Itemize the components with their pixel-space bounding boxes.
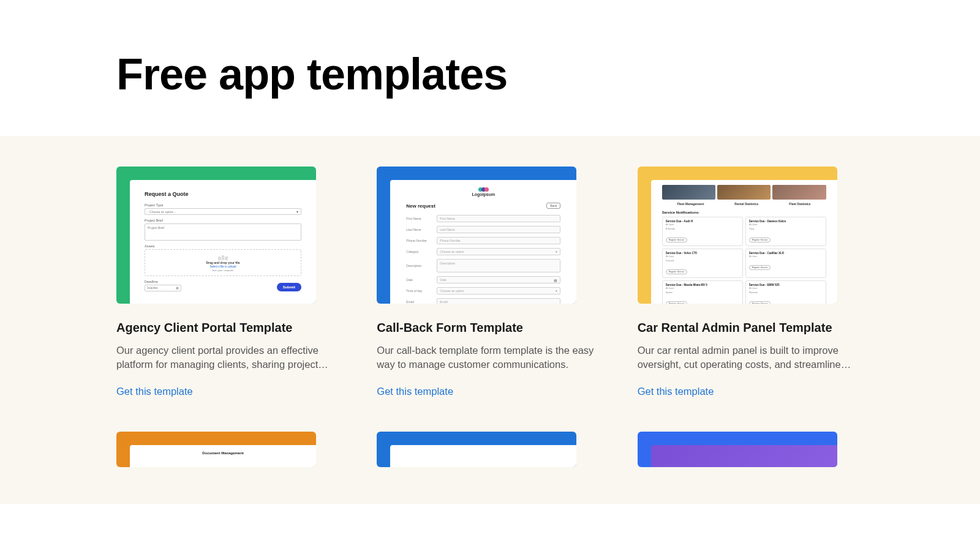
thumb-header-row: New request Back [406, 203, 560, 209]
mini-subtitle: 6th June [666, 255, 739, 258]
field-label: Project Brief [145, 219, 301, 222]
mini-title: Service Due - Mazda Miata MX 5 [666, 283, 739, 287]
thumbnail-panel [651, 445, 837, 467]
mini-subtitle: 6th June [666, 223, 739, 226]
placeholder-text: Last Name [440, 228, 454, 231]
template-thumbnail[interactable] [377, 432, 576, 467]
calendar-icon: ▦ [554, 278, 557, 282]
placeholder-text: Email [440, 300, 448, 304]
template-card: Document Management [116, 432, 342, 467]
text-input: Last Name [437, 226, 560, 233]
drop-line: from your computer [213, 269, 234, 272]
mini-card: Service Due - Mazda Miata MX 56th JuneSa… [662, 280, 743, 304]
select-input: - Choose an option - ▾ [145, 208, 301, 215]
mini-button: Register Service [749, 301, 771, 304]
placeholder-text: Description [440, 261, 455, 265]
select-value: - Choose an option - [148, 210, 175, 214]
field-label: Last Name [406, 228, 437, 231]
form-row: EmailEmail [406, 298, 560, 304]
mini-subtitle: 6th June [749, 255, 823, 258]
chevron-down-icon: ▾ [556, 289, 557, 293]
mini-button: Register Service [666, 269, 688, 274]
thumb-logo: Logoipsum [406, 187, 560, 197]
form-row: CategoryChoose an option▾ [406, 248, 560, 255]
mini-button: Register Service [666, 238, 688, 242]
hero-section: Free app templates [0, 0, 980, 136]
template-title: Agency Client Portal Template [116, 321, 342, 335]
thumb-mini-cards: Service Due - Audi I46th JuneEl DoradoRe… [662, 217, 826, 304]
template-card-car-rental: Fleet Management Rental Statistics Fleet… [638, 167, 864, 397]
field-label: Phone Number [406, 239, 437, 242]
deadline-field: Deadline Deadline ▦ [145, 280, 181, 291]
placeholder-text: Date [440, 278, 447, 282]
date-value: Deadline [147, 287, 158, 290]
mini-card: Service Due - BMW 5256th JunePlacentiaRe… [745, 280, 826, 304]
thumbnail-panel: Document Management [130, 445, 316, 467]
mini-button: Register Service [666, 301, 688, 304]
file-drop-zone: Drag and drop your file Select a file to… [145, 249, 301, 276]
thumb-tabs: Fleet Management Rental Statistics Fleet… [662, 202, 826, 206]
mini-subtitle: 6th June [749, 223, 823, 226]
template-description: Our car rental admin panel is built to i… [638, 343, 864, 372]
get-template-link[interactable]: Get this template [116, 386, 342, 397]
thumb-image [772, 185, 826, 200]
get-template-link[interactable]: Get this template [377, 386, 603, 397]
template-thumbnail[interactable]: Logoipsum New request Back First NameFir… [377, 167, 576, 304]
back-button: Back [546, 203, 560, 209]
mini-button: Register Service [749, 265, 771, 270]
mini-card: Service Due - Volvo C706th JuneConcordRe… [662, 249, 743, 278]
thumb-tab: Rental Statistics [734, 202, 758, 206]
field-label: Time of day [406, 289, 437, 293]
templates-grid-section: Request a Quote Project Type - Choose an… [0, 136, 980, 504]
mini-title: Service Due - BMW 525 [749, 283, 823, 287]
template-card-callback: Logoipsum New request Back First NameFir… [377, 167, 603, 397]
field-label: First Name [406, 217, 437, 220]
placeholder-text: Phone Number [440, 239, 461, 242]
select-input: Choose an option▾ [437, 248, 560, 255]
templates-grid: Request a Quote Project Type - Choose an… [116, 167, 864, 467]
mini-card: Service Due - Daewoo Kalos6th JuneTracyR… [745, 217, 826, 246]
thumb-heading: Document Management [130, 451, 316, 455]
template-thumbnail[interactable] [638, 432, 837, 467]
template-card [377, 432, 603, 467]
mini-card: Service Due - Cadillac XLR6th JuneRegist… [745, 249, 826, 278]
mini-subtitle: Santee [666, 291, 739, 294]
date-input: Date▦ [437, 276, 560, 283]
thumb-tab: Fleet Statistics [789, 202, 810, 206]
textarea-input: Description [437, 259, 560, 272]
template-thumbnail[interactable]: Fleet Management Rental Statistics Fleet… [638, 167, 837, 304]
form-footer-row: Deadline Deadline ▦ Submit [145, 280, 301, 291]
date-input: Deadline ▦ [145, 285, 181, 291]
field-label: Assets [145, 244, 301, 248]
upload-icon [218, 254, 228, 260]
mini-title: Service Due - Cadillac XLR [749, 252, 823, 255]
template-thumbnail[interactable]: Request a Quote Project Type - Choose an… [116, 167, 316, 304]
template-thumbnail[interactable]: Document Management [116, 432, 316, 467]
mini-subtitle: Placentia [749, 291, 823, 294]
form-row: First NameFirst Name [406, 215, 560, 222]
thumb-tab: Fleet Management [677, 202, 704, 206]
placeholder-text: Choose an option [440, 289, 464, 293]
text-input: Phone Number [437, 237, 560, 244]
submit-button: Submit [277, 283, 301, 291]
logo-dots-icon [478, 187, 489, 192]
thumb-heading: Request a Quote [145, 191, 301, 197]
text-input: First Name [437, 215, 560, 222]
mini-subtitle: Concord [666, 260, 739, 262]
chevron-down-icon: ▾ [556, 250, 557, 253]
placeholder-text: Choose an option [440, 250, 464, 253]
field-label: Description [406, 264, 437, 268]
select-input: Choose an option▾ [437, 287, 560, 294]
field-label: Deadline [145, 280, 181, 283]
template-card-agency: Request a Quote Project Type - Choose an… [116, 167, 342, 397]
thumb-images-row [662, 185, 826, 200]
drop-line: Drag and drop your file [206, 261, 239, 264]
get-template-link[interactable]: Get this template [638, 386, 864, 397]
thumbnail-panel: Request a Quote Project Type - Choose an… [130, 180, 316, 304]
mini-subtitle: Tracy [749, 228, 823, 230]
form-row: Time of dayChoose an option▾ [406, 287, 560, 294]
logo-text: Logoipsum [472, 192, 495, 197]
mini-subtitle: El Dorado [666, 228, 739, 230]
thumbnail-panel: Fleet Management Rental Statistics Fleet… [651, 180, 837, 304]
placeholder-text: First Name [440, 217, 454, 220]
